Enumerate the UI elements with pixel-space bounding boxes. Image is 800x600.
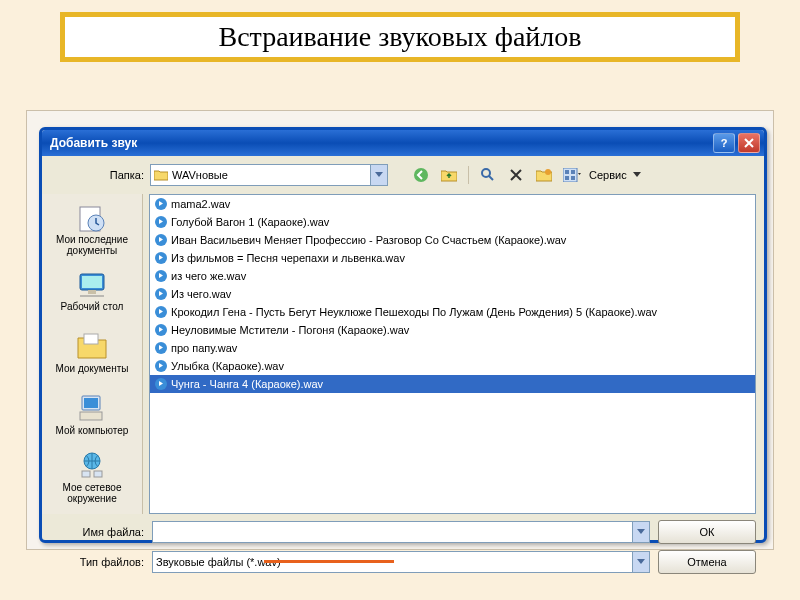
- new-folder-icon: [536, 168, 552, 182]
- wav-file-icon: [154, 233, 168, 247]
- chevron-down-icon: [370, 165, 387, 185]
- delete-icon: [510, 169, 522, 181]
- filename-label: Имя файла:: [50, 526, 144, 538]
- wav-file-icon: [154, 359, 168, 373]
- file-name: про папу.wav: [171, 342, 237, 354]
- folder-label: Папка:: [50, 169, 144, 181]
- svg-rect-15: [84, 398, 98, 408]
- filetype-value: Звуковые файлы (*.wav): [156, 556, 281, 568]
- file-name: Неуловимые Мстители - Погоня (Караоке).w…: [171, 324, 409, 336]
- svg-rect-7: [571, 176, 575, 180]
- up-folder-icon: [441, 168, 457, 182]
- place-recent[interactable]: Мои последние документы: [46, 198, 138, 258]
- folder-dropdown[interactable]: WAVновые: [150, 164, 388, 186]
- chevron-down-icon: [633, 172, 641, 178]
- svg-rect-18: [82, 471, 90, 477]
- place-label: Мои последние документы: [48, 234, 136, 256]
- file-row[interactable]: Голубой Вагон 1 (Караоке).wav: [150, 213, 755, 231]
- wav-file-icon: [154, 323, 168, 337]
- chevron-down-icon: [632, 522, 649, 542]
- bottom-panel: Имя файла: ОК Тип файлов: Звуковые файлы…: [42, 514, 764, 574]
- filename-input[interactable]: [152, 521, 650, 543]
- filetype-dropdown[interactable]: Звуковые файлы (*.wav): [152, 551, 650, 573]
- close-button[interactable]: [738, 133, 760, 153]
- up-button[interactable]: [438, 164, 460, 186]
- file-dialog-window: Добавить звук ? Папка: WAVновые: [39, 127, 767, 543]
- file-row[interactable]: Из чего.wav: [150, 285, 755, 303]
- wav-file-icon: [154, 305, 168, 319]
- tools-menu[interactable]: Сервис: [589, 169, 627, 181]
- views-button[interactable]: [561, 164, 583, 186]
- file-row[interactable]: Улыбка (Караоке).wav: [150, 357, 755, 375]
- svg-rect-16: [80, 412, 102, 420]
- place-desktop[interactable]: Рабочий стол: [46, 260, 138, 320]
- separator: [468, 166, 469, 184]
- file-row[interactable]: Иван Васильевич Меняет Профессию - Разго…: [150, 231, 755, 249]
- wav-file-icon: [154, 215, 168, 229]
- file-row[interactable]: Из фильмов = Песня черепахи и львенка.wa…: [150, 249, 755, 267]
- svg-rect-19: [94, 471, 102, 477]
- svg-point-2: [545, 169, 551, 175]
- place-label: Рабочий стол: [61, 301, 124, 312]
- place-label: Мои документы: [56, 363, 129, 374]
- ok-button[interactable]: ОК: [658, 520, 756, 544]
- file-name: mama2.wav: [171, 198, 230, 210]
- wav-file-icon: [154, 341, 168, 355]
- search-button[interactable]: [477, 164, 499, 186]
- file-name: Иван Васильевич Меняет Профессию - Разго…: [171, 234, 566, 246]
- file-row[interactable]: про папу.wav: [150, 339, 755, 357]
- svg-point-0: [414, 168, 428, 182]
- mydocs-icon: [76, 330, 108, 362]
- place-mycomputer[interactable]: Мой компьютер: [46, 384, 138, 444]
- window-title: Добавить звук: [46, 136, 137, 150]
- help-button[interactable]: ?: [713, 133, 735, 153]
- place-label: Мое сетевое окружение: [48, 482, 136, 504]
- close-icon: [744, 138, 754, 148]
- network-icon: [76, 449, 108, 481]
- folder-icon: [154, 169, 168, 181]
- file-name: Крокодил Гена - Пусть Бегут Неуклюже Пеш…: [171, 306, 657, 318]
- file-row[interactable]: Крокодил Гена - Пусть Бегут Неуклюже Пеш…: [150, 303, 755, 321]
- svg-rect-11: [82, 276, 102, 288]
- delete-button[interactable]: [505, 164, 527, 186]
- file-row[interactable]: Неуловимые Мстители - Погоня (Караоке).w…: [150, 321, 755, 339]
- filetype-label: Тип файлов:: [50, 556, 144, 568]
- file-row[interactable]: mama2.wav: [150, 195, 755, 213]
- file-name: Голубой Вагон 1 (Караоке).wav: [171, 216, 329, 228]
- recent-icon: [76, 201, 108, 233]
- slide-title-box: Встраивание звуковых файлов: [60, 12, 740, 62]
- folder-value: WAVновые: [172, 169, 228, 181]
- svg-rect-12: [88, 290, 96, 294]
- file-name: Чунга - Чанга 4 (Караоке).wav: [171, 378, 323, 390]
- computer-icon: [76, 392, 108, 424]
- slide-title: Встраивание звуковых файлов: [218, 21, 581, 53]
- wav-file-icon: [154, 197, 168, 211]
- views-icon: [563, 168, 581, 182]
- file-name: Из фильмов = Песня черепахи и львенка.wa…: [171, 252, 405, 264]
- annotation-underline: [264, 560, 394, 563]
- desktop-icon: [76, 268, 108, 300]
- titlebar: Добавить звук ?: [42, 130, 764, 156]
- wav-file-icon: [154, 251, 168, 265]
- file-list[interactable]: mama2.wavГолубой Вагон 1 (Караоке).wavИв…: [149, 194, 756, 514]
- place-network[interactable]: Мое сетевое окружение: [46, 446, 138, 506]
- place-label: Мой компьютер: [56, 425, 129, 436]
- svg-rect-6: [565, 176, 569, 180]
- toolbar: Папка: WAVновые: [42, 156, 764, 194]
- file-row[interactable]: из чего же.wav: [150, 267, 755, 285]
- place-mydocs[interactable]: Мои документы: [46, 322, 138, 382]
- file-name: Улыбка (Караоке).wav: [171, 360, 284, 372]
- wav-file-icon: [154, 377, 168, 391]
- new-folder-button[interactable]: [533, 164, 555, 186]
- back-arrow-icon: [413, 167, 429, 183]
- wav-file-icon: [154, 269, 168, 283]
- file-row[interactable]: Чунга - Чанга 4 (Караоке).wav: [150, 375, 755, 393]
- file-name: Из чего.wav: [171, 288, 231, 300]
- svg-rect-13: [84, 334, 98, 344]
- back-button[interactable]: [410, 164, 432, 186]
- cancel-button[interactable]: Отмена: [658, 550, 756, 574]
- dialog-container: Добавить звук ? Папка: WAVновые: [26, 110, 774, 550]
- svg-rect-4: [565, 170, 569, 174]
- file-name: из чего же.wav: [171, 270, 246, 282]
- chevron-down-icon: [632, 552, 649, 572]
